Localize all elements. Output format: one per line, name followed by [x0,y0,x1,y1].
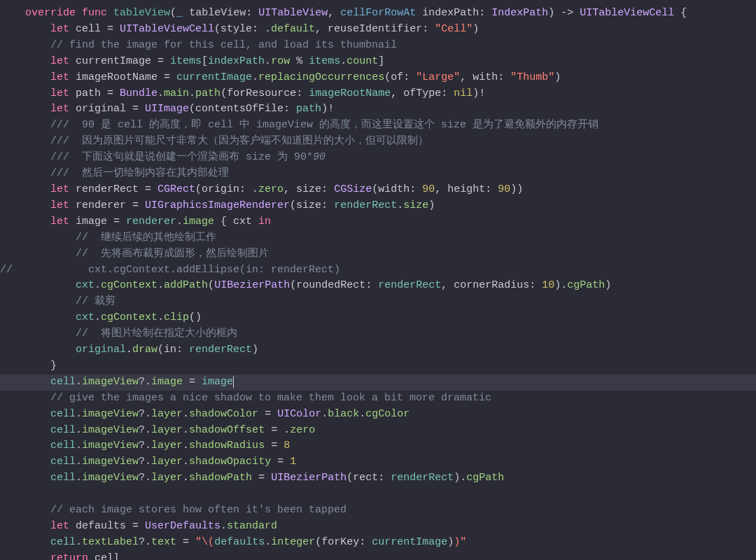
code-line: // find the image for this cell, and loa… [0,39,397,51]
code-line: cell.imageView?.layer.shadowPath = UIBez… [0,472,504,484]
code-line: // each image stores how often it's been… [0,504,346,516]
code-line: let imageRootName = currentImage.replaci… [0,71,561,83]
code-line: // 继续后续的其他绘制工作 [0,232,216,244]
code-line: // give the images a nice shadow to make… [0,392,491,404]
code-line: // 裁剪 [0,295,115,307]
code-line: original.draw(in: renderRect) [0,344,258,356]
code-line: /// 90 是 cell 的高度，即 cell 中 imageView 的高度… [0,119,598,131]
code-line: /// 然后一切绘制内容在其内部处理 [0,167,229,179]
code-line: cxt.cgContext.clip() [0,312,202,323]
code-line: cxt.cgContext.addPath(UIBezierPath(round… [0,279,611,291]
code-line [0,488,50,500]
code-line: let path = Bundle.main.path(forResource:… [0,88,485,99]
code-line: let original = UIImage(contentsOfFile: p… [0,103,334,115]
code-line-current: cell.imageView?.image = image [0,374,756,391]
code-line: cell.imageView?.layer.shadowOffset = .ze… [0,424,315,436]
code-line: /// 下面这句就是说创建一个渲染画布 size 为 90*90 [0,151,326,163]
code-line: cell.textLabel?.text = "\(defaults.integ… [0,536,466,548]
code-line: } [0,360,57,372]
code-line: /// 因为原图片可能尺寸非常大（因为客户端不知道图片的大小，但可以限制） [0,135,428,147]
code-line: // 先将画布裁剪成圆形，然后绘制图片 [0,248,269,260]
text-cursor: image [202,376,234,388]
code-line: let renderRect = CGRect(origin: .zero, s… [0,183,523,195]
code-line: let defaults = UserDefaults.standard [0,520,277,532]
code-line: cell.imageView?.layer.shadowRadius = 8 [0,440,290,451]
code-line: let currentImage = items[indexPath.row %… [0,55,384,67]
code-line: let renderer = UIGraphicsImageRenderer(s… [0,200,435,211]
code-line: // 将图片绘制在指定大小的框内 [0,328,237,340]
code-line: let image = renderer.image { cxt in [0,216,271,227]
code-line: cell.imageView?.layer.shadowColor = UICo… [0,408,410,420]
code-line: let cell = UITableViewCell(style: .defau… [0,23,479,35]
code-editor[interactable]: override func tableView(_ tableView: UIT… [0,0,756,560]
code-line: cell.imageView?.layer.shadowOpacity = 1 [0,456,296,468]
code-line: return cell [0,552,120,560]
code-line: // cxt.cgContext.addEllipse(in: renderRe… [0,264,340,276]
code-line: override func tableView(_ tableView: UIT… [0,7,687,19]
